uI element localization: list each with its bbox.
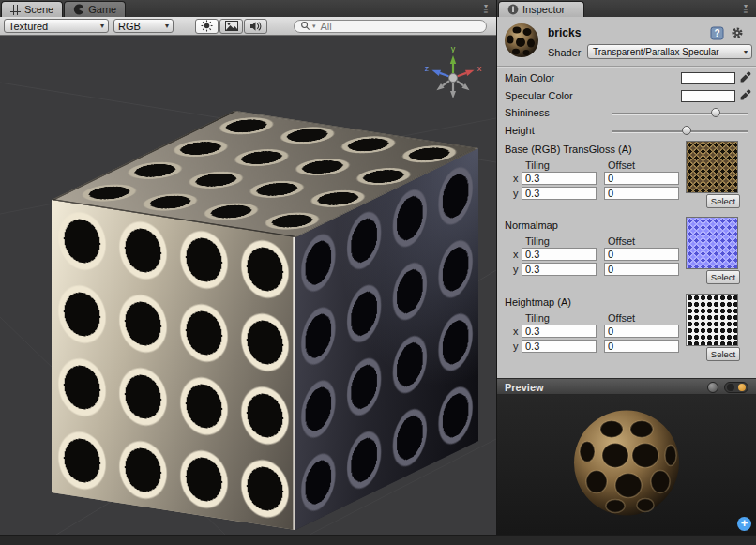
x-axis-label: x [513,173,519,184]
help-button[interactable]: ? [709,25,724,40]
search-filter-caret-icon[interactable]: ▾ [312,23,316,30]
chevron-down-icon: ▾ [100,22,104,30]
scene-viewport[interactable]: y x z [0,36,496,535]
tiling-x-input[interactable] [522,172,597,185]
tab-scene[interactable]: Scene [1,1,63,17]
tiling-header: Tiling [525,312,550,324]
inspector-tab-menu-icon[interactable]: ▾ ≡ [738,2,753,17]
channel-dropdown[interactable]: RGB ▾ [113,19,174,33]
search-filter-label: All [321,21,332,32]
preview-canvas[interactable]: + [497,395,756,535]
skybox-toggle-button[interactable] [219,19,243,34]
game-icon [73,4,84,15]
window-bottom-bar [0,535,756,545]
x-axis-label: x [513,249,519,260]
eyedropper-icon[interactable] [739,71,752,84]
speaker-icon [249,21,262,32]
lighting-toggle-button[interactable] [195,19,219,34]
section-title: Heightmap (A) [505,296,571,308]
heightmap-texture-thumbnail[interactable] [686,294,738,346]
scene-grid-icon [10,5,21,15]
shininess-slider-knob[interactable] [711,108,720,117]
render-mode-dropdown[interactable]: Textured ▾ [4,19,109,33]
tiling-y-input[interactable] [522,263,597,276]
y-axis-label: y [513,341,519,352]
normalmap-texture-thumbnail[interactable] [686,217,738,269]
y-axis-label: y [513,188,519,199]
audio-toggle-button[interactable] [244,19,267,34]
offset-y-input[interactable] [604,263,679,276]
shader-dropdown[interactable]: Transparent/Parallax Specular ▾ [587,44,752,59]
offset-x-input[interactable] [604,172,679,185]
cube-face-left [52,200,295,530]
scene-toolbar: Textured ▾ RGB ▾ [0,17,496,36]
scene-toggles [195,19,267,34]
tiling-y-input[interactable] [522,340,597,353]
hamburger-icon: ≡ [484,9,489,15]
tiling-y-input[interactable] [522,187,597,200]
add-button[interactable]: + [737,517,751,531]
scene-tabstrip: Scene Game ▾ ≡ [0,0,496,17]
gizmo-y-label[interactable]: y [451,44,456,53]
height-slider-knob[interactable] [682,126,691,135]
main-color-swatch[interactable] [681,72,735,84]
offset-x-input[interactable] [604,325,679,338]
render-mode-value: Textured [8,21,48,32]
preview-title: Preview [505,382,544,393]
tab-scene-label: Scene [24,4,53,15]
shininess-slider[interactable] [612,113,748,114]
select-texture-button[interactable]: Select [706,194,740,208]
offset-x-input[interactable] [604,248,679,261]
context-menu-button[interactable] [730,25,745,40]
specular-color-label: Specular Color [505,90,573,101]
specular-color-swatch[interactable] [681,90,735,102]
tab-game[interactable]: Game [64,1,126,17]
offset-y-input[interactable] [604,340,679,353]
gear-icon [731,26,744,39]
search-input[interactable]: ▾ All [294,20,487,33]
height-label: Height [505,125,535,136]
preview-header[interactable]: Preview [497,378,756,395]
tiling-x-input[interactable] [522,248,597,261]
eyedropper-icon[interactable] [739,89,752,102]
help-book-icon: ? [710,26,724,40]
preview-mesh-button[interactable] [707,382,718,393]
texture-section-normalmap: Normalmap Tiling Offset x y Select [497,220,756,285]
offset-header: Offset [608,235,635,247]
offset-y-input[interactable] [604,187,679,200]
height-slider[interactable] [612,130,748,132]
unity-editor-window: Scene Game ▾ ≡ Textured ▾ RGB ▾ [0,0,756,545]
inspector-tabstrip: Inspector ▾ ≡ [497,0,756,17]
select-texture-button[interactable]: Select [706,270,740,284]
chevron-down-icon: ▾ [744,48,748,56]
orientation-gizmo[interactable]: y x z [418,43,488,113]
scene-panel: Scene Game ▾ ≡ Textured ▾ RGB ▾ [0,0,496,535]
channel-value: RGB [118,21,141,32]
offset-header: Offset [608,312,635,324]
shader-label: Shader [548,47,581,58]
tiling-header: Tiling [525,159,550,171]
texture-section-base: Base (RGB) TransGloss (A) Tiling Offset … [497,144,756,209]
tiling-x-input[interactable] [522,325,597,338]
gizmo-z-label[interactable]: z [425,64,430,73]
tab-inspector-label: Inspector [522,4,565,15]
preview-lighting-toggle[interactable] [724,382,748,393]
texture-section-heightmap: Heightmap (A) Tiling Offset x y Select [497,296,756,362]
base-texture-thumbnail[interactable] [686,141,738,193]
y-axis-label: y [513,264,519,275]
chevron-down-icon: ▾ [165,22,169,30]
select-texture-button[interactable]: Select [706,347,740,361]
section-title: Normalmap [505,220,558,231]
header-divider [497,66,756,67]
image-icon [225,21,238,31]
tab-inspector[interactable]: Inspector [498,1,584,17]
gizmo-x-label[interactable]: x [477,64,482,73]
material-preview-icon [503,22,540,59]
tiling-header: Tiling [525,235,550,247]
x-axis-label: x [513,325,519,337]
svg-text:?: ? [714,28,719,38]
sun-icon [201,20,213,32]
scene-tab-menu-icon[interactable]: ▾ ≡ [478,2,493,17]
offset-header: Offset [608,159,635,171]
material-preview-sphere [566,401,688,523]
